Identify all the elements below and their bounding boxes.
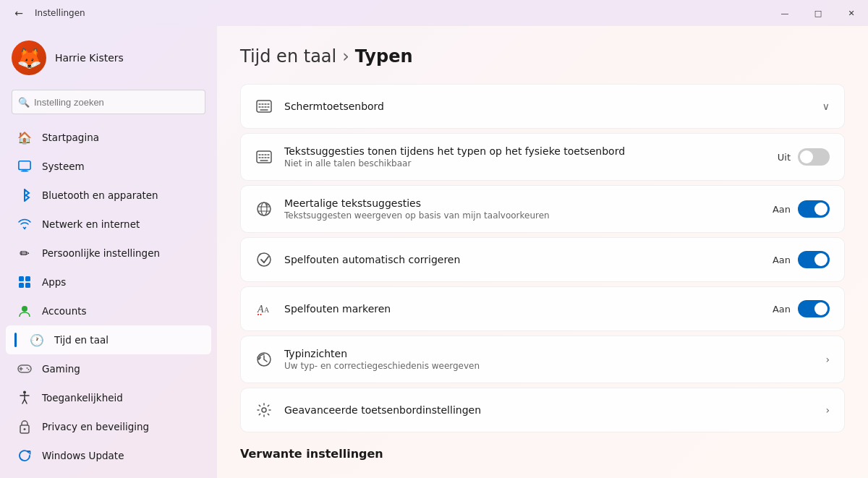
search-box[interactable]: 🔍 — [12, 90, 205, 114]
tekstsuggesties-toggle[interactable] — [798, 148, 830, 166]
svg-rect-6 — [19, 283, 24, 288]
window-controls: — □ ✕ — [768, 0, 868, 26]
accounts-icon — [17, 304, 32, 318]
system-icon — [17, 159, 32, 174]
meertalige-toggle[interactable] — [798, 200, 830, 218]
search-icon: 🔍 — [18, 97, 30, 108]
svg-point-37 — [258, 202, 271, 215]
sidebar-item-startpagina[interactable]: 🏠 Startpagina — [6, 123, 211, 152]
svg-point-3 — [24, 228, 25, 229]
related-settings-title: Verwante instellingen — [240, 447, 845, 461]
row-subtitle: Niet in alle talen beschikbaar — [284, 158, 766, 168]
settings-row-spelfouten-markeren: AA Spelfouten markeren Aan — [241, 287, 844, 330]
sidebar-item-label: Bluetooth en apparaten — [42, 189, 158, 201]
sidebar-item-accounts[interactable]: Accounts — [6, 296, 211, 325]
settings-row-schermtoetsenbord[interactable]: Schermtoetsenbord ∨ — [241, 85, 844, 128]
titlebar-title: Instellingen — [35, 8, 85, 18]
autocorrect-icon — [255, 251, 273, 268]
svg-rect-7 — [25, 283, 30, 288]
search-container: 🔍 — [0, 87, 217, 123]
spelfouten-corrigeren-toggle[interactable] — [798, 251, 830, 268]
content-area: ➡ Tijd en taal › Typen Schermtoetsenbord… — [217, 26, 868, 478]
sidebar: 🦊 Harrie Kisters 🔍 🏠 Startpagina Systeem — [0, 26, 217, 478]
breadcrumb: Tijd en taal › Typen — [240, 46, 845, 67]
minimize-button[interactable]: — — [768, 0, 801, 26]
sidebar-item-gaming[interactable]: Gaming — [6, 354, 211, 383]
svg-point-16 — [24, 428, 26, 430]
sidebar-item-netwerk[interactable]: Netwerk en internet — [6, 210, 211, 239]
settings-card-spelfouten-corrigeren: Spelfouten automatisch corrigeren Aan — [240, 237, 845, 282]
sidebar-item-label: Systeem — [42, 161, 85, 172]
keyboard-icon — [255, 98, 273, 115]
sidebar-item-label: Tijd en taal — [54, 334, 109, 346]
row-content: Geavanceerde toetsenbordinstellingen — [284, 404, 814, 416]
toggle-on-label: Aan — [773, 255, 791, 265]
spellcheck-icon: AA — [255, 300, 273, 317]
row-title: Tekstsuggesties tonen tijdens het typen … — [284, 145, 766, 157]
personalization-icon: ✏️ — [17, 246, 32, 260]
sidebar-item-label: Startpagina — [42, 132, 99, 143]
settings-card-spelfouten-markeren: AA Spelfouten markeren Aan — [240, 286, 845, 331]
sidebar-item-systeem[interactable]: Systeem — [6, 152, 211, 181]
multilingual-icon — [255, 200, 273, 218]
sidebar-item-persoonlijk[interactable]: ✏️ Persoonlijke instellingen — [6, 239, 211, 268]
row-action: Aan — [773, 200, 830, 218]
active-indicator — [14, 333, 17, 347]
svg-line-45 — [259, 254, 260, 255]
svg-rect-2 — [21, 171, 29, 171]
settings-row-meertalige: Meertalige tekstsuggesties Tekstsuggeste… — [241, 186, 844, 232]
chevron-right-icon: › — [825, 404, 830, 416]
sidebar-item-bluetooth[interactable]: Bluetooth en apparaten — [6, 181, 211, 210]
sidebar-item-label: Accounts — [42, 305, 87, 317]
sidebar-item-privacy[interactable]: Privacy en beveiliging — [6, 412, 211, 441]
settings-card-geavanceerd: Geavanceerde toetsenbordinstellingen › — [240, 388, 845, 432]
row-content: Meertalige tekstsuggesties Tekstsuggeste… — [284, 197, 761, 221]
bluetooth-icon — [17, 188, 32, 202]
sidebar-item-label: Privacy en beveiliging — [42, 421, 149, 432]
settings-card-schermtoetsenbord: Schermtoetsenbord ∨ — [240, 84, 845, 129]
settings-card-tekstsuggesties: Tekstsuggesties tonen tijdens het typen … — [240, 133, 845, 181]
row-subtitle: Tekstsuggesten weergeven op basis van mi… — [284, 210, 761, 221]
history-icon — [255, 351, 273, 368]
row-title: Meertalige tekstsuggesties — [284, 197, 761, 209]
close-button[interactable]: ✕ — [835, 0, 868, 26]
row-action: Uit — [778, 148, 830, 166]
network-icon — [17, 217, 32, 231]
svg-rect-4 — [19, 276, 24, 281]
row-subtitle: Uw typ- en correctiegeschiedenis weergev… — [284, 361, 814, 371]
row-action: ∨ — [822, 101, 830, 112]
svg-point-14 — [23, 391, 26, 394]
privacy-icon — [17, 419, 32, 434]
svg-text:A: A — [257, 304, 264, 315]
gear-icon — [255, 401, 273, 419]
sidebar-item-apps[interactable]: Apps — [6, 268, 211, 296]
svg-point-12 — [27, 367, 28, 369]
row-title: Spelfouten markeren — [284, 303, 761, 315]
apps-icon — [17, 275, 32, 289]
row-content: Schermtoetsenbord — [284, 101, 811, 112]
sidebar-item-label: Netwerk en internet — [42, 218, 140, 230]
breadcrumb-parent: Tijd en taal — [240, 46, 336, 67]
row-content: Typinzichten Uw typ- en correctiegeschie… — [284, 348, 814, 371]
sidebar-item-update[interactable]: Windows Update — [6, 441, 211, 470]
back-button[interactable]: ← — [9, 3, 29, 23]
sidebar-item-label: Apps — [42, 276, 66, 288]
maximize-button[interactable]: □ — [801, 0, 835, 26]
settings-row-geavanceerd[interactable]: Geavanceerde toetsenbordinstellingen › — [241, 388, 844, 432]
sidebar-item-tijd[interactable]: 🕐 Tijd en taal — [6, 325, 211, 354]
breadcrumb-current: Typen — [355, 46, 413, 67]
svg-point-50 — [262, 408, 266, 412]
home-icon: 🏠 — [17, 130, 32, 145]
row-title: Geavanceerde toetsenbordinstellingen — [284, 404, 814, 416]
spelfouten-markeren-toggle[interactable] — [798, 300, 830, 317]
page-header: Tijd en taal › Typen — [240, 46, 845, 67]
gaming-icon — [17, 362, 32, 376]
row-action: › — [825, 404, 830, 416]
sidebar-item-toegankelijkheid[interactable]: Toegankelijkheid — [6, 383, 211, 412]
row-action: Aan — [773, 300, 830, 317]
search-input[interactable] — [34, 97, 199, 108]
time-icon: 🕐 — [30, 333, 44, 347]
avatar: 🦊 — [12, 40, 46, 75]
sidebar-item-label: Windows Update — [42, 450, 124, 461]
settings-row-typinzichten[interactable]: Typinzichten Uw typ- en correctiegeschie… — [241, 336, 844, 383]
